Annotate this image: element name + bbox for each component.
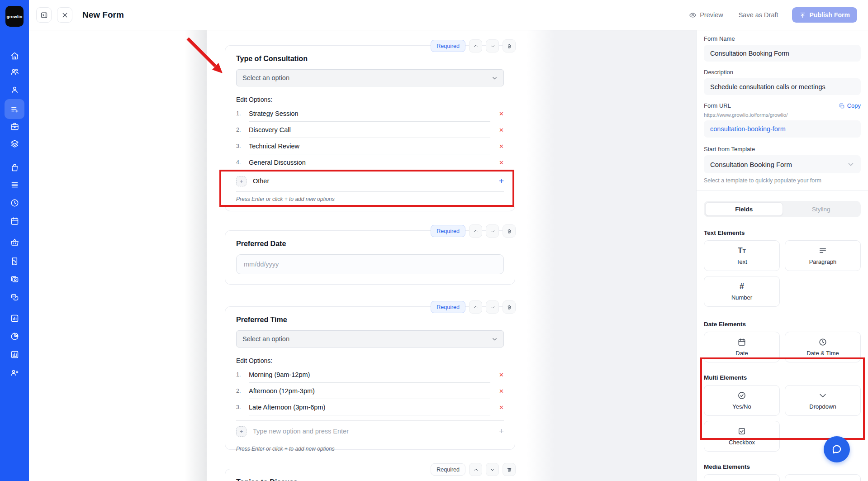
delete-field-button[interactable] [503, 224, 516, 238]
field-card-topics[interactable]: Required Topics to Discuss [225, 469, 515, 481]
description-input[interactable] [704, 78, 861, 95]
sidebar-item-menu[interactable] [5, 176, 24, 193]
eye-icon [689, 11, 697, 19]
sidebar-item-form-builder[interactable] [5, 99, 24, 119]
add-option-button[interactable]: + [499, 426, 504, 436]
palette-item-image[interactable]: Image [785, 474, 861, 481]
move-down-button[interactable] [486, 463, 499, 476]
move-up-button[interactable] [469, 39, 482, 52]
option-value-input[interactable] [249, 367, 490, 383]
sidebar-item-media[interactable] [5, 271, 24, 288]
option-row: 2. ✕ [236, 122, 504, 138]
remove-option-button[interactable]: ✕ [490, 404, 504, 411]
sidebar-item-basket[interactable] [5, 233, 24, 251]
save-draft-button[interactable]: Save as Draft [739, 11, 778, 19]
palette-item-text[interactable]: TT Text [704, 240, 780, 271]
new-option-input[interactable] [253, 177, 499, 185]
required-badge[interactable]: Required [431, 225, 465, 237]
option-value-input[interactable] [249, 122, 490, 138]
option-value-input[interactable] [249, 383, 490, 399]
form-name-input[interactable] [704, 45, 861, 62]
required-badge[interactable]: Required [431, 40, 465, 52]
required-badge[interactable]: Required [431, 463, 465, 476]
required-badge[interactable]: Required [431, 301, 465, 313]
palette-item-paragraph[interactable]: Paragraph [785, 240, 861, 271]
sidebar-item-projects[interactable] [5, 118, 24, 135]
form-url-label: Form URL [704, 102, 731, 109]
pie-chart-icon [10, 332, 19, 341]
move-up-button[interactable] [469, 300, 482, 314]
sidebar-item-team[interactable] [5, 63, 24, 80]
tab-styling[interactable]: Styling [783, 202, 860, 216]
palette-item-yes-no[interactable]: Yes/No [704, 385, 780, 416]
section-title-media-elements: Media Elements [704, 463, 861, 470]
move-down-button[interactable] [486, 224, 499, 238]
sidebar-item-analytics[interactable] [5, 328, 24, 345]
option-value-input[interactable] [249, 105, 490, 122]
option-value-input[interactable] [249, 154, 490, 171]
sidebar-item-reports[interactable] [5, 310, 24, 327]
palette-item-date[interactable]: Date [704, 332, 780, 362]
chevron-down-icon [490, 305, 495, 310]
move-down-button[interactable] [486, 39, 499, 52]
bag-icon [10, 163, 19, 172]
delete-field-button[interactable] [503, 300, 516, 314]
option-value-input[interactable] [249, 399, 490, 415]
move-up-button[interactable] [469, 224, 482, 238]
palette-item-dropdown[interactable]: Dropdown [785, 385, 861, 416]
remove-option-button[interactable]: ✕ [490, 110, 504, 117]
list-plus-icon [10, 105, 19, 114]
sidebar-item-directory[interactable] [5, 364, 24, 381]
option-value-input[interactable] [249, 138, 490, 154]
sidebar-item-stats[interactable] [5, 346, 24, 363]
sidebar-item-contacts[interactable] [5, 81, 24, 98]
sidebar-item-calendar[interactable] [5, 212, 24, 229]
remove-option-button[interactable]: ✕ [490, 388, 504, 395]
palette-item-checkbox[interactable]: Checkbox [704, 421, 780, 452]
text-icon: TT [738, 247, 745, 255]
sidebar-item-home[interactable] [5, 47, 24, 64]
tab-fields[interactable]: Fields [705, 202, 783, 216]
delete-field-button[interactable] [503, 39, 516, 52]
topbar: New Form Preview Save as Draft Publish F… [29, 0, 868, 30]
remove-option-button[interactable]: ✕ [490, 127, 504, 133]
copy-url-button[interactable]: Copy [839, 102, 861, 109]
add-option-row[interactable]: + + [236, 420, 504, 442]
section-title-text-elements: Text Elements [704, 229, 861, 236]
sidebar-item-layers[interactable] [5, 135, 24, 152]
sidebar-item-time[interactable] [5, 194, 24, 211]
sidebar-item-finance[interactable] [5, 288, 24, 305]
toggle-panel-button[interactable] [36, 7, 52, 23]
publish-form-button[interactable]: Publish Form [792, 7, 857, 23]
remove-option-button[interactable]: ✕ [490, 371, 504, 378]
remove-option-button[interactable]: ✕ [490, 143, 504, 150]
add-option-button[interactable]: + [499, 176, 504, 186]
new-option-input[interactable] [253, 428, 499, 435]
palette-item-date-time[interactable]: Date & Time [785, 332, 861, 362]
add-option-row[interactable]: + + [236, 171, 504, 192]
palette-item-attachments[interactable]: Attachments [704, 474, 780, 481]
trash-icon [507, 305, 512, 310]
delete-field-button[interactable] [503, 463, 516, 476]
chat-launcher-button[interactable] [824, 436, 850, 462]
sidebar-item-store[interactable] [5, 159, 24, 176]
field-card-time[interactable]: Required Preferred Time Select an option… [225, 306, 515, 450]
field-card-date[interactable]: Required Preferred Date [225, 230, 515, 285]
date-input[interactable] [236, 254, 504, 274]
time-select[interactable]: Select an option [236, 330, 504, 348]
form-slug-input[interactable] [704, 120, 861, 138]
sidebar-item-invoices[interactable] [5, 252, 24, 270]
copy-icon [839, 103, 845, 109]
consultation-select[interactable]: Select an option [236, 69, 504, 86]
move-up-button[interactable] [469, 463, 482, 476]
field-card-consultation[interactable]: Required Type of Consultation Select an … [225, 45, 515, 211]
canvas-left-shadow [185, 30, 207, 481]
move-down-button[interactable] [486, 300, 499, 314]
close-form-button[interactable] [57, 7, 72, 23]
growlio-logo[interactable]: growlio [5, 6, 24, 27]
cameras-icon [10, 275, 19, 284]
preview-button[interactable]: Preview [689, 11, 723, 19]
palette-item-number[interactable]: # Number [704, 276, 780, 307]
template-select[interactable]: Consultation Booking Form [704, 155, 861, 173]
remove-option-button[interactable]: ✕ [490, 159, 504, 166]
